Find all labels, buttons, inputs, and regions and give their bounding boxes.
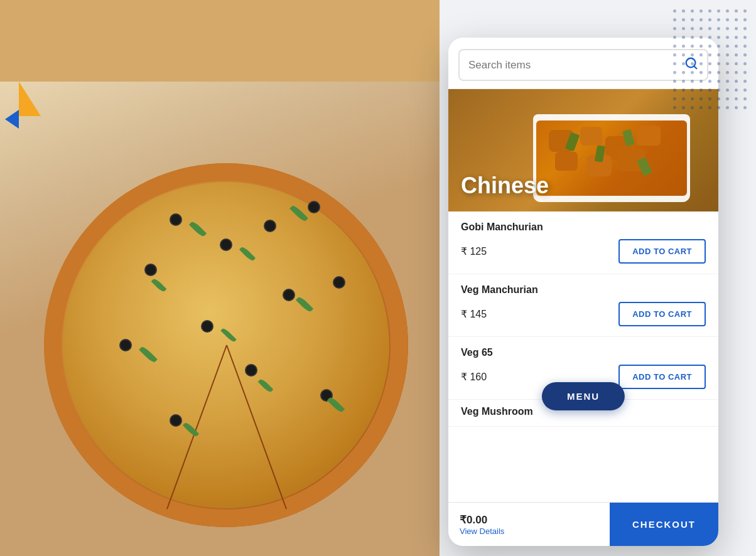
dot-cell xyxy=(735,27,738,30)
dot-cell xyxy=(673,18,676,21)
category-name-label: Chinese xyxy=(461,173,549,199)
menu-item-price: ₹ 160 xyxy=(461,371,487,383)
dot-cell xyxy=(699,106,703,109)
menu-item-row: ₹ 125 ADD TO CART xyxy=(461,239,706,264)
pizza-olive xyxy=(119,339,132,351)
dot-cell xyxy=(673,80,676,83)
dot-cell xyxy=(682,27,685,30)
dot-cell xyxy=(717,36,720,39)
dot-cell xyxy=(743,45,747,48)
dot-cell xyxy=(691,9,694,13)
dot-cell xyxy=(699,97,703,100)
dot-cell xyxy=(726,27,729,30)
search-input[interactable] xyxy=(468,59,684,72)
dot-cell xyxy=(691,27,694,30)
view-details-link[interactable]: View Details xyxy=(460,527,598,536)
dot-cell xyxy=(717,45,720,48)
dot-cell xyxy=(673,62,676,65)
dot-cell xyxy=(743,80,747,83)
dot-cell xyxy=(717,18,720,21)
dot-cell xyxy=(717,9,720,13)
add-to-cart-button-3[interactable]: ADD TO CART xyxy=(618,365,706,389)
dot-cell xyxy=(743,18,747,21)
dot-cell xyxy=(735,9,738,13)
dot-cell xyxy=(682,36,685,39)
search-input-wrapper[interactable] xyxy=(458,49,708,81)
dot-cell xyxy=(708,71,711,74)
add-to-cart-button-2[interactable]: ADD TO CART xyxy=(618,302,706,326)
cart-info: ₹0.00 View Details xyxy=(448,503,610,546)
dot-cell xyxy=(691,53,694,56)
dot-cell xyxy=(717,88,720,92)
dot-cell xyxy=(743,9,747,13)
menu-item-name: Gobi Manchurian xyxy=(461,222,706,233)
pizza-olive xyxy=(308,201,320,213)
dot-cell xyxy=(735,97,738,100)
dot-cell xyxy=(673,53,676,56)
dot-cell xyxy=(717,106,720,109)
dot-cell xyxy=(735,88,738,92)
dot-cell xyxy=(735,53,738,56)
dot-cell xyxy=(726,80,729,83)
dot-cell xyxy=(708,18,711,21)
dot-cell xyxy=(682,88,685,92)
dot-cell xyxy=(726,88,729,92)
dot-cell xyxy=(735,45,738,48)
dot-cell xyxy=(673,106,676,109)
menu-item-name: Veg Manchurian xyxy=(461,284,706,296)
dot-cell xyxy=(735,106,738,109)
pizza-olive xyxy=(245,364,257,377)
pizza-olive xyxy=(220,238,232,251)
dot-cell xyxy=(717,97,720,100)
dot-cell xyxy=(682,18,685,21)
dot-cell xyxy=(673,71,676,74)
dot-cell xyxy=(691,18,694,21)
dot-cell xyxy=(717,71,720,74)
dot-cell xyxy=(743,106,747,109)
checkout-button[interactable]: CHECKOUT xyxy=(610,503,718,546)
dot-cell xyxy=(682,97,685,100)
dot-cell xyxy=(726,36,729,39)
menu-fab-button[interactable]: MENU xyxy=(542,382,625,410)
dot-cell xyxy=(743,88,747,92)
dot-cell xyxy=(691,36,694,39)
dot-cell xyxy=(708,62,711,65)
dot-cell xyxy=(699,53,703,56)
menu-item-price: ₹ 145 xyxy=(461,308,487,320)
dot-cell xyxy=(726,106,729,109)
menu-item: Veg Manchurian ₹ 145 ADD TO CART xyxy=(448,274,718,337)
dot-cell xyxy=(717,62,720,65)
dots-decoration xyxy=(673,9,750,112)
dot-cell xyxy=(699,88,703,92)
dot-cell xyxy=(708,27,711,30)
orange-arrow-decoration xyxy=(19,82,41,116)
dot-cell xyxy=(691,97,694,100)
dot-cell xyxy=(691,106,694,109)
dot-cell xyxy=(726,18,729,21)
dot-cell xyxy=(691,71,694,74)
add-to-cart-button-1[interactable]: ADD TO CART xyxy=(618,239,706,264)
dot-cell xyxy=(682,62,685,65)
dot-cell xyxy=(743,36,747,39)
dot-cell xyxy=(708,106,711,109)
dot-cell xyxy=(691,45,694,48)
dot-cell xyxy=(699,71,703,74)
dot-cell xyxy=(699,62,703,65)
pizza-olive xyxy=(170,213,182,226)
dot-cell xyxy=(691,88,694,92)
dot-cell xyxy=(708,53,711,56)
phone-ui: Chinese Gobi Manchurian ₹ 125 ADD TO CAR… xyxy=(448,38,718,546)
menu-item: Gobi Manchurian ₹ 125 ADD TO CART xyxy=(448,211,718,274)
pizza-olive xyxy=(264,220,276,232)
dot-cell xyxy=(735,36,738,39)
dot-cell xyxy=(726,9,729,13)
dot-cell xyxy=(682,71,685,74)
cart-total: ₹0.00 xyxy=(460,513,598,527)
food-on-plate xyxy=(536,120,687,196)
dot-cell xyxy=(726,97,729,100)
dot-cell xyxy=(691,80,694,83)
pizza-olive xyxy=(333,276,345,289)
pizza-olive xyxy=(201,320,213,333)
dot-cell xyxy=(735,62,738,65)
dot-cell xyxy=(673,36,676,39)
